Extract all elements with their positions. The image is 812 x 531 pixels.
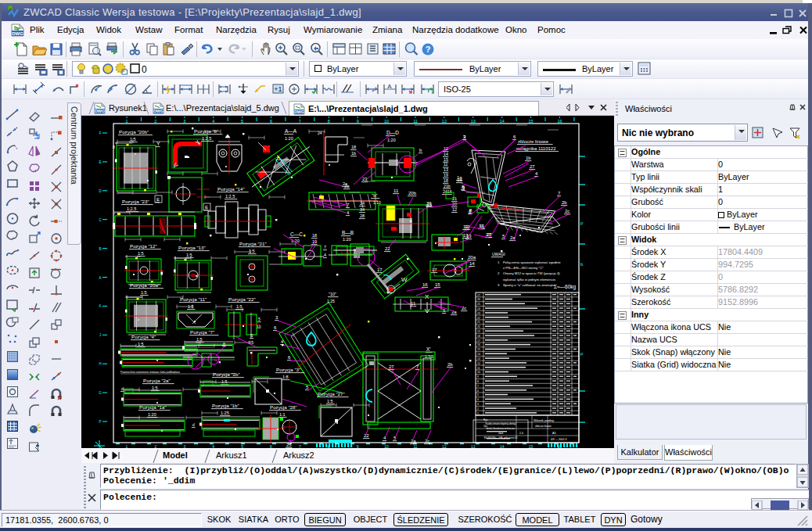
svg-text:9: 9 (357, 444, 359, 449)
svg-text:1: 1 (125, 119, 128, 124)
svg-text:Pozycja "8": Pozycja "8" (194, 128, 218, 134)
svg-text:8: 8 (113, 145, 115, 149)
svg-text:zblocze linowe: zblocze linowe (518, 139, 549, 144)
svg-text:1:25: 1:25 (327, 299, 335, 303)
svg-text:1:5: 1:5 (152, 386, 158, 390)
svg-text:2b: 2b (447, 362, 453, 367)
svg-text:z PN—EN—ISO normy "C": z PN—EN—ISO normy "C" (503, 266, 544, 270)
svg-text:1:20: 1:20 (148, 412, 156, 417)
svg-text:1:5: 1:5 (236, 304, 243, 309)
svg-text:15: 15 (477, 348, 480, 351)
svg-text:10: 10 (477, 371, 480, 374)
svg-text:21: 21 (477, 321, 480, 324)
svg-text:E: E (205, 205, 208, 210)
svg-text:18: 18 (444, 178, 448, 183)
svg-text:obud: obud (498, 432, 504, 435)
svg-text:E: E (99, 160, 101, 164)
svg-text:15: 15 (435, 282, 440, 287)
svg-text:Pozycja "11": Pozycja "11" (180, 296, 207, 302)
svg-text:Σ≈—60kg: Σ≈—60kg (554, 284, 577, 290)
svg-text:11: 11 (477, 367, 480, 370)
svg-text:28: 28 (360, 213, 365, 218)
svg-text:Pozycja "20a": Pozycja "20a" (130, 282, 160, 288)
svg-text:Każdej zmianie dopilnuj obsług: Każdej zmianie dopilnuj obsługi (485, 422, 516, 425)
svg-text:13: 13 (471, 444, 476, 449)
svg-text:2: 2 (155, 444, 157, 449)
svg-text:Pozycja "3": Pozycja "3" (276, 367, 300, 372)
svg-text:6: 6 (270, 119, 272, 124)
svg-text:22: 22 (385, 246, 390, 251)
svg-text:5: 5 (477, 393, 479, 396)
svg-text:1:20: 1:20 (343, 237, 351, 242)
svg-text:2a: 2a (343, 181, 348, 186)
svg-text:Pozycja "22": Pozycja "22" (228, 296, 256, 302)
svg-text:3: 3 (183, 119, 185, 124)
svg-text:E: E (156, 197, 160, 202)
svg-text:23: 23 (477, 312, 480, 315)
svg-text:18: 18 (351, 145, 356, 149)
svg-text:10: 10 (384, 444, 389, 449)
svg-text:21b: 21b (444, 184, 451, 188)
svg-text:B: B (99, 247, 101, 251)
svg-text:9: 9 (477, 375, 479, 379)
svg-text:14: 14 (444, 152, 448, 156)
svg-text:7: 7 (299, 119, 301, 124)
svg-text:G: G (99, 391, 102, 395)
svg-text:Pozycja "1b": Pozycja "1b" (212, 403, 239, 408)
svg-text:P: P (99, 420, 101, 424)
svg-text:1:10: 1:10 (373, 200, 381, 205)
svg-text:18: 18 (477, 335, 480, 338)
svg-text:DWG: DWG (12, 31, 23, 36)
svg-text:Pozycja "23": Pozycja "23" (122, 199, 149, 204)
svg-text:23: 23 (362, 177, 368, 181)
svg-text:8: 8 (328, 119, 330, 124)
svg-text:UWAGI: UWAGI (492, 252, 505, 257)
svg-text:15: 15 (444, 157, 448, 162)
svg-text:25: 25 (477, 303, 480, 306)
svg-text:2a: 2a (411, 439, 416, 443)
svg-text:27: 27 (487, 232, 492, 237)
svg-text:16: 16 (477, 343, 480, 346)
svg-text:1:25: 1:25 (221, 411, 229, 415)
svg-text:16: 16 (557, 119, 562, 124)
svg-text:2: 2 (154, 119, 156, 124)
svg-text:1: 1 (126, 444, 128, 449)
svg-text:3: 3 (477, 403, 479, 406)
svg-text:7: 7 (324, 245, 326, 249)
svg-text:16: 16 (422, 282, 428, 287)
svg-text:1:20: 1:20 (387, 138, 396, 142)
svg-text:1:2,5: 1:2,5 (202, 136, 211, 141)
svg-text:20b: 20b (408, 191, 417, 196)
svg-text:4: 4 (212, 119, 214, 124)
svg-text:15: 15 (529, 119, 534, 124)
svg-text:A: A (387, 83, 392, 90)
svg-text:18: 18 (312, 233, 317, 238)
svg-text:Pozycja "4": Pozycja "4" (131, 334, 156, 339)
svg-text:12: 12 (477, 362, 480, 365)
svg-text:13: 13 (444, 167, 448, 172)
svg-text:14: 14 (469, 261, 475, 266)
svg-text:A—A: A—A (285, 128, 297, 134)
svg-text:Powierzchnie zewnetrzne malowa: Powierzchnie zewnetrzne malowac farba po… (120, 371, 180, 374)
svg-text:9: 9 (357, 119, 359, 124)
svg-text:4: 4 (324, 253, 326, 257)
svg-text:"b": "b" (372, 193, 378, 198)
svg-text:Pozycja "20b": Pozycja "20b" (119, 129, 149, 135)
svg-text:B—B: B—B (342, 230, 354, 235)
svg-text:BG-800266a—04A, połączenie 03: BG-800266a—04A, połączenie 03 (484, 436, 518, 440)
svg-text:5: 5 (241, 444, 243, 449)
svg-text:1:1: 1:1 (279, 412, 286, 417)
svg-text:6: 6 (270, 444, 272, 449)
svg-text:11: 11 (413, 444, 417, 449)
svg-text:20a: 20a (468, 255, 476, 260)
svg-text:1:5: 1:5 (327, 399, 333, 404)
svg-text:7: 7 (299, 444, 301, 449)
svg-text:13: 13 (466, 234, 472, 239)
svg-text:15: 15 (529, 444, 534, 449)
svg-text:K: K (99, 304, 101, 308)
svg-text:Pozycja "28": Pozycja "28" (270, 404, 297, 410)
svg-text:zblocze linowe: zblocze linowe (535, 425, 552, 428)
svg-text:13: 13 (471, 119, 476, 124)
svg-text:A: A (99, 276, 101, 280)
svg-text:DWG: DWG (294, 109, 304, 114)
